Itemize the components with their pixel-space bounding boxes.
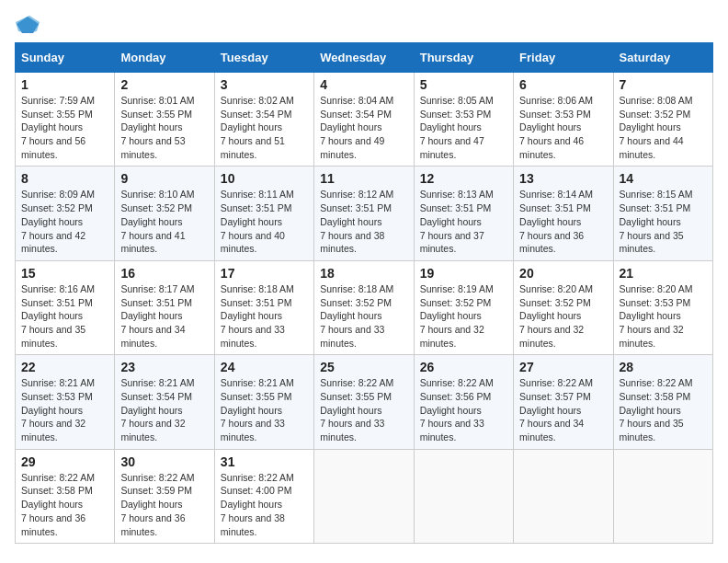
daylight-value: 7 hours and 40 minutes. [221,230,285,255]
calendar-cell [514,449,613,543]
daylight-value: 7 hours and 35 minutes. [620,418,684,442]
header [15,15,713,35]
day-info: Sunrise: 8:18 AM Sunset: 3:51 PM Dayligh… [221,282,308,350]
sunrise-label: Sunrise: 8:22 AM [120,472,194,483]
daylight-label: Daylight hours [120,310,182,321]
day-number: 30 [120,454,208,469]
daylight-value: 7 hours and 44 minutes. [620,135,684,160]
sunrise-label: Sunrise: 8:19 AM [420,283,494,294]
daylight-value: 7 hours and 35 minutes. [620,230,684,255]
daylight-label: Daylight hours [620,310,681,321]
calendar-week-row: 22 Sunrise: 8:21 AM Sunset: 3:53 PM Dayl… [16,355,713,449]
day-info: Sunrise: 8:22 AM Sunset: 3:59 PM Dayligh… [120,471,208,538]
sunrise-label: Sunrise: 8:22 AM [519,377,593,388]
sunrise-label: Sunrise: 8:10 AM [120,189,194,200]
day-info: Sunrise: 8:22 AM Sunset: 3:58 PM Dayligh… [21,471,108,538]
day-number: 22 [21,360,108,374]
weekday-header-thursday: Thursday [414,43,513,73]
daylight-value: 7 hours and 33 minutes. [221,418,285,442]
day-info: Sunrise: 8:21 AM Sunset: 3:55 PM Dayligh… [221,376,308,443]
calendar-cell: 26 Sunrise: 8:22 AM Sunset: 3:56 PM Dayl… [414,355,513,449]
calendar-cell: 16 Sunrise: 8:17 AM Sunset: 3:51 PM Dayl… [115,260,214,354]
calendar-cell: 4 Sunrise: 8:04 AM Sunset: 3:54 PM Dayli… [314,73,414,167]
sunset-label: Sunset: 3:55 PM [320,391,392,402]
weekday-header-row: SundayMondayTuesdayWednesdayThursdayFrid… [16,43,713,73]
daylight-value: 7 hours and 37 minutes. [420,230,484,255]
daylight-label: Daylight hours [420,216,482,227]
sunset-label: Sunset: 3:51 PM [620,202,691,213]
sunrise-label: Sunrise: 8:09 AM [21,189,95,200]
daylight-value: 7 hours and 36 minutes. [519,230,584,255]
day-number: 8 [21,171,108,186]
sunset-label: Sunset: 3:52 PM [120,202,192,213]
sunset-label: Sunset: 3:57 PM [519,391,591,402]
sunrise-label: Sunrise: 8:22 AM [320,377,393,388]
day-info: Sunrise: 8:14 AM Sunset: 3:51 PM Dayligh… [519,188,607,255]
daylight-label: Daylight hours [21,121,83,132]
sunrise-label: Sunrise: 8:17 AM [120,283,194,294]
sunrise-label: Sunrise: 8:13 AM [420,189,494,200]
day-number: 27 [519,360,607,374]
daylight-value: 7 hours and 47 minutes. [420,135,484,160]
daylight-label: Daylight hours [320,121,381,132]
calendar-week-row: 15 Sunrise: 8:16 AM Sunset: 3:51 PM Dayl… [16,260,713,354]
sunset-label: Sunset: 3:53 PM [620,297,691,308]
calendar-cell: 23 Sunrise: 8:21 AM Sunset: 3:54 PM Dayl… [115,355,214,449]
weekday-header-wednesday: Wednesday [314,43,414,73]
day-number: 31 [221,454,308,469]
sunrise-label: Sunrise: 8:22 AM [420,377,494,388]
daylight-value: 7 hours and 42 minutes. [21,230,85,255]
day-number: 5 [420,77,507,92]
day-number: 1 [21,77,108,92]
day-info: Sunrise: 8:01 AM Sunset: 3:55 PM Dayligh… [120,94,208,161]
calendar-week-row: 1 Sunrise: 7:59 AM Sunset: 3:55 PM Dayli… [16,73,713,167]
calendar-cell: 28 Sunrise: 8:22 AM Sunset: 3:58 PM Dayl… [613,355,712,449]
sunrise-label: Sunrise: 8:18 AM [221,283,294,294]
day-number: 18 [320,266,407,281]
sunset-label: Sunset: 3:51 PM [120,297,192,308]
daylight-label: Daylight hours [221,405,282,416]
daylight-label: Daylight hours [420,121,482,132]
sunset-label: Sunset: 3:51 PM [320,202,392,213]
day-number: 28 [620,360,707,374]
daylight-value: 7 hours and 38 minutes. [221,512,285,537]
day-info: Sunrise: 8:22 AM Sunset: 3:58 PM Dayligh… [620,376,707,443]
sunrise-label: Sunrise: 8:16 AM [21,283,95,294]
day-info: Sunrise: 8:16 AM Sunset: 3:51 PM Dayligh… [21,282,108,350]
daylight-value: 7 hours and 56 minutes. [21,135,85,160]
sunrise-label: Sunrise: 8:22 AM [620,377,693,388]
sunrise-label: Sunrise: 7:59 AM [21,95,95,106]
day-number: 2 [120,77,208,92]
sunrise-label: Sunrise: 8:20 AM [519,283,593,294]
calendar-cell [314,449,414,543]
daylight-value: 7 hours and 33 minutes. [320,324,384,349]
day-number: 29 [21,454,108,469]
sunset-label: Sunset: 3:55 PM [21,109,93,120]
daylight-value: 7 hours and 35 minutes. [21,324,85,349]
sunrise-label: Sunrise: 8:14 AM [519,189,593,200]
daylight-value: 7 hours and 32 minutes. [120,418,185,442]
calendar-cell: 10 Sunrise: 8:11 AM Sunset: 3:51 PM Dayl… [214,167,313,260]
calendar-cell: 27 Sunrise: 8:22 AM Sunset: 3:57 PM Dayl… [514,355,613,449]
sunset-label: Sunset: 3:51 PM [420,202,492,213]
daylight-value: 7 hours and 46 minutes. [519,135,584,160]
sunset-label: Sunset: 3:51 PM [221,202,292,213]
calendar-cell: 15 Sunrise: 8:16 AM Sunset: 3:51 PM Dayl… [16,260,115,354]
calendar-week-row: 29 Sunrise: 8:22 AM Sunset: 3:58 PM Dayl… [16,449,713,543]
daylight-label: Daylight hours [21,499,83,510]
day-number: 20 [519,266,607,281]
calendar-cell: 18 Sunrise: 8:18 AM Sunset: 3:52 PM Dayl… [314,260,414,354]
calendar-cell [414,449,513,543]
logo [15,15,44,35]
calendar-cell: 25 Sunrise: 8:22 AM Sunset: 3:55 PM Dayl… [314,355,414,449]
daylight-label: Daylight hours [519,216,581,227]
calendar-cell: 3 Sunrise: 8:02 AM Sunset: 3:54 PM Dayli… [214,73,313,167]
daylight-label: Daylight hours [320,310,381,321]
calendar-cell: 30 Sunrise: 8:22 AM Sunset: 3:59 PM Dayl… [115,449,214,543]
daylight-value: 7 hours and 51 minutes. [221,135,285,160]
sunrise-label: Sunrise: 8:06 AM [519,95,593,106]
daylight-value: 7 hours and 34 minutes. [120,324,185,349]
daylight-label: Daylight hours [120,216,182,227]
daylight-label: Daylight hours [320,216,381,227]
weekday-header-saturday: Saturday [613,43,712,73]
